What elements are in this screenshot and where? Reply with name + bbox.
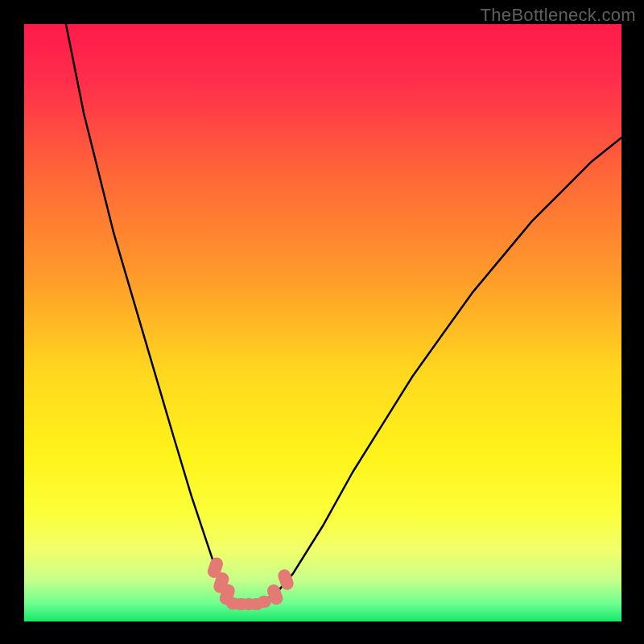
svg-rect-9 — [258, 596, 271, 608]
flat-bottom-5 — [258, 596, 271, 608]
watermark-text: TheBottleneck.com — [481, 5, 636, 26]
chart-svg — [0, 0, 644, 644]
chart-container: TheBottleneck.com — [0, 0, 644, 644]
plot-background — [24, 24, 621, 621]
